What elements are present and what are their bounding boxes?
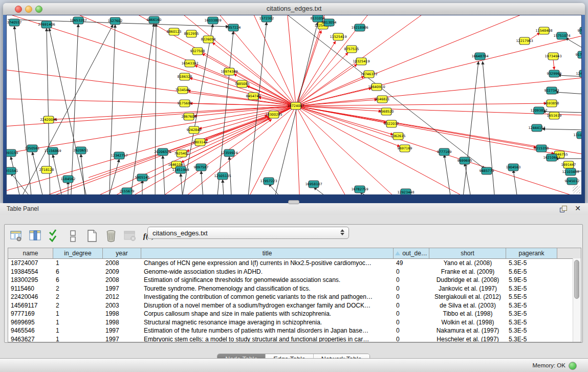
table-row[interactable]: 1872400712008Changes of HCN gene express… xyxy=(8,259,581,268)
graph-node-label: 1350561 xyxy=(25,146,40,150)
graph-edge-red xyxy=(54,106,296,119)
split-pane-grip[interactable] xyxy=(288,200,299,204)
graph-node-label: 9697169 xyxy=(398,146,412,150)
table-cell-pagerank: 5.9E-5 xyxy=(506,276,557,283)
column-header-in_degree[interactable]: in_degree xyxy=(53,248,103,258)
table-cell-out_degree: 0 xyxy=(394,293,429,300)
table-cell-short: Yano et al. (2008) xyxy=(429,259,506,267)
graph-node-label: 3931541 xyxy=(7,169,18,173)
table-cell-pagerank: 5.3E-5 xyxy=(506,259,557,267)
node-table: namein_degreeyeartitleout_de…shortpagera… xyxy=(8,248,581,342)
graph-edge-black xyxy=(483,61,495,195)
table-row[interactable]: 946554611997Estimation of the future num… xyxy=(8,326,581,335)
graph-edge-red xyxy=(296,30,321,106)
table-cell-year: 2008 xyxy=(103,259,141,267)
table-cell-out_degree: 0 xyxy=(394,336,429,342)
graph-node-label: 2718128 xyxy=(39,168,54,172)
graph-node-label: 8757515 xyxy=(344,47,359,51)
graph-node-label: 10974349 xyxy=(221,70,237,74)
table-row[interactable]: 1830029562008Estimation of significance … xyxy=(8,276,581,285)
table-cell-year: 2008 xyxy=(103,276,141,283)
graph-node-label: 1572302 xyxy=(259,16,274,20)
graph-node-label: 9777169 xyxy=(437,150,452,154)
table-row[interactable]: 1938455462009Genome-wide association stu… xyxy=(8,268,581,276)
graph-node-label: 6466160 xyxy=(147,18,162,22)
table-selector-dropdown[interactable]: citations_edges.txt xyxy=(147,227,349,239)
graph-node-label: 16648784 xyxy=(471,54,488,58)
table-row[interactable]: 911546021997Tourette syndrome. Phenomeno… xyxy=(8,285,581,293)
table-cell-in_degree: 2 xyxy=(53,302,103,309)
table-row[interactable]: 977716911998Corpus callosum shape and si… xyxy=(8,310,581,318)
table-cell-in_degree: 2 xyxy=(53,285,103,292)
table-cell-out_degree: 0 xyxy=(394,276,429,283)
column-header-name[interactable]: name xyxy=(8,248,53,258)
table-row[interactable]: 969969511998Structural magnetic resonanc… xyxy=(8,318,581,327)
table-cell-title: Estimation of the future numbers of pati… xyxy=(141,327,394,334)
graph-edge-black xyxy=(71,24,78,195)
graph-node-label: 1362615 xyxy=(391,134,406,138)
graph-edge-black xyxy=(465,163,472,195)
graph-node-label: 16543382 xyxy=(181,61,198,65)
memory-status-label: Memory: OK xyxy=(532,362,565,368)
table-cell-year: 2012 xyxy=(103,293,141,300)
graph-node-label: 8860123 xyxy=(167,30,182,34)
table-options-icon[interactable] xyxy=(9,228,24,244)
graph-node-label: 8186328 xyxy=(178,75,192,79)
unselect-all-icon[interactable] xyxy=(66,228,81,244)
graph-node-label: 7857224 xyxy=(226,26,241,30)
graph-node-label: 12444154 xyxy=(528,126,545,130)
new-column-icon[interactable] xyxy=(84,228,100,244)
network-canvas[interactable]: 1872400718300295886012389129558226058932… xyxy=(6,15,582,195)
graph-node-label: 1393159 xyxy=(7,151,18,155)
table-row[interactable]: 2242004622012Investigating the contribut… xyxy=(8,293,581,301)
delete-column-icon[interactable] xyxy=(103,228,119,244)
graph-edge-red xyxy=(155,119,272,195)
column-header-year[interactable]: year xyxy=(103,248,141,258)
network-canvas-svg[interactable]: 1872400718300295886012389129558226058932… xyxy=(7,15,582,195)
graph-node-label: 13106455 xyxy=(573,133,582,137)
scrollbar-thumb[interactable] xyxy=(574,260,579,299)
table-cell-name: 9463627 xyxy=(8,336,53,342)
column-header-short[interactable]: short xyxy=(429,248,506,258)
graph-node-label: 9242848 xyxy=(187,128,202,132)
window-resize-grip[interactable] xyxy=(573,186,580,193)
select-all-icon[interactable] xyxy=(47,228,62,244)
table-cell-year: 2009 xyxy=(103,268,141,275)
show-columns-icon[interactable] xyxy=(28,228,43,244)
graph-node-label: 8226058 xyxy=(201,37,216,41)
graph-edge-red xyxy=(7,106,296,170)
graph-edge-black xyxy=(406,194,429,195)
graph-edge-red xyxy=(553,59,554,70)
column-header-pagerank[interactable]: pagerank xyxy=(506,248,557,258)
graph-node-label: 12923448 xyxy=(397,190,414,194)
float-panel-icon[interactable] xyxy=(560,206,567,212)
graph-node-label: 2620651 xyxy=(74,148,89,152)
sort-ascending-icon xyxy=(395,251,400,255)
table-cell-short: Jankovic et al. (1997) xyxy=(429,285,506,292)
table-row[interactable]: 946362711997Embryonic stem cells: a mode… xyxy=(8,335,581,343)
graph-edge-black xyxy=(444,155,452,195)
table-cell-name: 18300295 xyxy=(8,276,53,283)
graph-node-label: 9727344 xyxy=(578,29,582,33)
table-cell-title: Genome-wide association studies in ADHD. xyxy=(141,268,394,275)
close-panel-icon[interactable]: ✕ xyxy=(575,204,581,212)
table-row[interactable]: 1456911722003Disruption of a novel membe… xyxy=(8,301,581,310)
graph-edge-black xyxy=(53,155,64,195)
graph-node-label: 18640910 xyxy=(368,85,385,89)
graph-node-label: 18724007 xyxy=(287,104,304,108)
table-vertical-scrollbar[interactable] xyxy=(573,258,581,342)
status-bar: Memory: OK xyxy=(0,358,588,372)
graph-node-label: 9699695 xyxy=(458,159,472,163)
graph-node-label: 16210643 xyxy=(543,156,560,160)
graph-node-label: 7485083 xyxy=(235,82,250,86)
graph-node-label: 11451944 xyxy=(172,168,189,172)
table-body: 1872400712008Changes of HCN gene express… xyxy=(8,259,581,342)
column-header-out_degree[interactable]: out_de… xyxy=(394,248,429,258)
graph-node-label: 27691406 xyxy=(38,23,55,27)
graph-node-label: 10653287 xyxy=(70,18,86,23)
column-header-title[interactable]: title xyxy=(141,248,394,258)
graph-edge-red xyxy=(278,15,296,106)
window-titlebar[interactable]: citations_edges.txt xyxy=(3,3,585,15)
graph-node-label: 16033809 xyxy=(204,18,221,23)
graph-node-label: 9175685 xyxy=(178,101,192,105)
